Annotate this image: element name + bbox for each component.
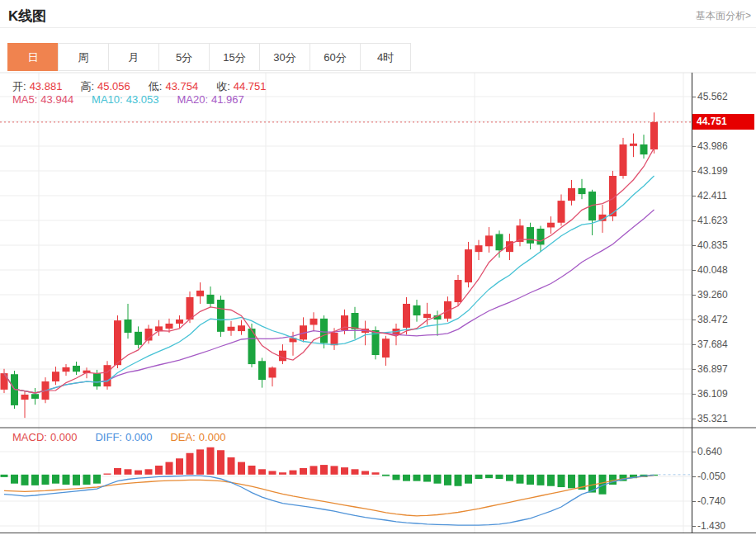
macd-bar — [465, 475, 472, 484]
legend-macd-value-1: 0.000 — [125, 431, 153, 443]
candle-body — [403, 304, 410, 328]
legend-macd-label-1: DIFF: — [95, 431, 122, 443]
macd-bar — [187, 453, 194, 475]
macd-bar — [11, 475, 18, 484]
macd-bar — [248, 466, 256, 475]
candle-body — [166, 324, 173, 329]
legend-ohlc-label-2: 低: — [149, 80, 163, 92]
legend-ohlc-0: 开:43.881 — [12, 80, 65, 92]
macd-bar — [300, 468, 307, 475]
price-axis-label-12-tick — [692, 419, 696, 419]
macd-bar — [31, 475, 39, 485]
candle-body — [1, 373, 8, 390]
dea-line — [4, 476, 654, 516]
price-axis-label-5-tick — [692, 245, 696, 246]
macd-bar — [145, 469, 153, 475]
candle-body — [568, 188, 575, 201]
legend-ohlc-label-1: 高: — [80, 80, 94, 92]
price-axis-label-0-tick — [692, 97, 696, 97]
price-axis-label-4: 41.623 — [697, 215, 728, 226]
legend-ohlc-label-0: 开: — [12, 80, 26, 92]
price-axis-label-7: 39.260 — [697, 289, 728, 301]
macd-bar — [517, 475, 524, 484]
candle-body — [114, 320, 121, 365]
macd-bar — [434, 475, 442, 484]
macd-bar — [155, 466, 163, 475]
candle-body — [496, 234, 503, 250]
legend-ohlc-value-3: 44.751 — [234, 80, 267, 92]
candle-body — [52, 372, 59, 381]
price-axis-label-0: 45.562 — [697, 91, 728, 102]
legend-ohlc-value-2: 43.754 — [165, 80, 198, 92]
macd-bar — [568, 475, 575, 489]
kline-page: { "header": { "title": "K线图", "analysis_… — [0, 0, 756, 535]
macd-bar — [217, 450, 224, 475]
legend-macd-1: DIFF:0.000 — [95, 431, 155, 443]
legend-ma-0: MA5:43.944 — [12, 93, 77, 106]
candle-body — [269, 367, 276, 377]
macd-bar — [93, 475, 101, 484]
candle-body — [331, 333, 338, 345]
legend-macd-value-0: 0.000 — [50, 431, 78, 443]
macd-bar — [52, 475, 59, 484]
candle-body — [547, 223, 555, 228]
ohlc-legend: 开:43.881高:45.056低:43.754收:44.751 — [12, 79, 285, 94]
legend-ma-2: MA20:41.967 — [177, 93, 247, 106]
macd-axis-label-2-tick — [692, 501, 696, 502]
price-axis-label-8: 38.472 — [697, 314, 728, 325]
legend-macd-label-2: DEA: — [170, 431, 195, 443]
macd-bar — [320, 465, 328, 475]
ma20-line — [4, 210, 654, 393]
macd-bar — [547, 475, 555, 486]
candle-body — [196, 291, 204, 296]
candle-body — [455, 280, 462, 302]
macd-bar — [382, 475, 390, 476]
candle-body — [423, 314, 431, 318]
price-axis-label-4-tick — [692, 220, 696, 221]
ma5-line — [4, 148, 654, 393]
candle-body — [217, 300, 224, 332]
macd-bar — [331, 466, 338, 474]
legend-ma-label-1: MA10: — [92, 93, 123, 106]
legend-ohlc-value-1: 45.056 — [97, 80, 130, 92]
candle-body — [527, 227, 534, 244]
macd-bar — [372, 472, 380, 475]
macd-bar — [73, 475, 80, 485]
macd-bar — [352, 469, 359, 475]
macd-bar — [21, 475, 29, 485]
candle-body — [93, 373, 101, 386]
candle-body — [579, 188, 586, 194]
price-axis-label-3-tick — [692, 196, 696, 196]
macd-bar — [42, 475, 50, 485]
candle-body — [238, 325, 245, 331]
macd-bar — [114, 468, 121, 475]
macd-bar — [196, 449, 204, 474]
candle-body — [125, 320, 132, 333]
candle-body — [630, 144, 637, 146]
candle-body — [228, 327, 235, 331]
macd-bar — [310, 466, 318, 474]
candle-body — [73, 366, 80, 372]
candle-body — [352, 313, 359, 329]
price-axis-label-10: 36.897 — [697, 363, 728, 375]
current-price-tag: 44.751 — [692, 114, 754, 130]
macd-bar — [506, 475, 513, 481]
price-axis-label-12: 35.321 — [697, 413, 728, 424]
price-axis-label-9: 37.684 — [697, 339, 728, 350]
candle-body — [485, 235, 493, 246]
macd-bar — [258, 469, 266, 475]
macd-bar — [166, 462, 173, 475]
legend-ohlc-1: 高:45.056 — [80, 80, 133, 92]
macd-bar — [279, 472, 286, 475]
macd-bar — [444, 475, 451, 485]
legend-macd-0: MACD:0.000 — [12, 431, 80, 443]
macd-bar — [207, 447, 215, 475]
price-axis-label-9-tick — [692, 344, 696, 345]
macd-bar — [393, 475, 400, 481]
candle-body — [176, 320, 183, 324]
price-axis-label-2: 43.199 — [697, 165, 728, 177]
candles-layer — [1, 112, 659, 418]
price-axis-label-1-tick — [692, 146, 696, 147]
macd-bar — [423, 475, 431, 482]
macd-bar — [83, 475, 91, 485]
